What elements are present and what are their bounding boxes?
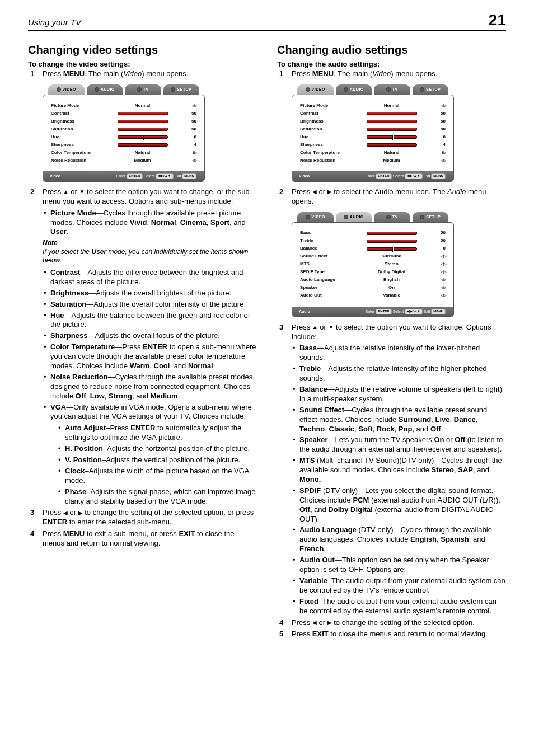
osd-row-picture-mode: Picture ModeNormal [51, 102, 196, 110]
bullet-v-position: V. Position–Adjusts the vertical positio… [65, 456, 257, 465]
bullet-noise-reduction: Noise Reduction—Cycles through the avail… [50, 373, 257, 401]
page-number: 21 [489, 11, 506, 29]
bullet-bass: Bass—Adjusts the relative intensity of t… [299, 344, 506, 363]
osd-row-color-temperature: Color TemperatureNatural [300, 149, 446, 157]
subhead-video: To change the video settings: [28, 60, 257, 68]
up-arrow-icon [312, 325, 318, 330]
bullet-sharpness: Sharpness—Adjusts the overall focus of t… [50, 331, 257, 341]
bullet-color-temperature: Color Temperature—Press ENTER to open a … [50, 342, 257, 371]
osd-tab-setup: SETUP [413, 84, 449, 95]
bullet-audio-language: Audio Language (DTV only)—Cycles through… [299, 525, 506, 554]
osd-row-brightness: Brightness50 [300, 118, 446, 125]
osd-audio-menu: VIDEOAUDIOTVSETUPBass50Treble50Balance0S… [292, 212, 454, 317]
osd-row-contrast: Contrast50 [300, 110, 446, 118]
left-arrow-icon [312, 620, 317, 626]
column-right: Changing audio settings To change the au… [277, 44, 506, 641]
osd-tab-tv: TV [374, 84, 410, 95]
bullet-mts: MTS (Multi-channel TV Sound)(DTV only)—C… [299, 456, 506, 485]
left-arrow-icon [312, 189, 317, 195]
osd-tab-video: VIDEO [48, 84, 85, 95]
audio-step-5: Press EXIT to close the menus and return… [292, 630, 506, 639]
bullet-audio-out: Audio Out—This option can be set only wh… [299, 556, 506, 575]
osd-tab-video: VIDEO [297, 212, 334, 222]
bullet-clock: Clock–Adjusts the width of the picture b… [65, 467, 257, 486]
right-arrow-icon [78, 510, 83, 516]
bullet-vga: VGA—Only available in VGA mode. Opens a … [50, 403, 257, 506]
osd-row-noise-reduction: Noise ReductionMedium [51, 157, 196, 165]
bullet-phase: Phase–Adjusts the signal phase, which ca… [65, 487, 257, 506]
osd-tab-setup: SETUP [413, 212, 449, 222]
column-left: Changing video settings To change the vi… [28, 44, 257, 641]
osd-row-balance: Balance0 [300, 245, 446, 253]
heading-video-settings: Changing video settings [28, 44, 257, 57]
osd-row-hue: Hue0 [300, 133, 446, 141]
osd-row-noise-reduction: Noise ReductionMedium [300, 157, 446, 165]
right-arrow-icon [327, 189, 332, 195]
right-arrow-icon [327, 620, 332, 626]
heading-audio-settings: Changing audio settings [277, 44, 506, 57]
bullet-speaker: Speaker—Lets you turn the TV speakers On… [299, 435, 506, 454]
subhead-audio: To change the audio settings: [277, 60, 506, 68]
osd-row-treble: Treble50 [300, 237, 446, 245]
audio-step-4: Press or to change the setting of the se… [292, 618, 506, 628]
bullet-hue: Hue—Adjusts the balance between the gree… [50, 311, 257, 330]
osd-row-brightness: Brightness50 [51, 118, 196, 125]
osd-tab-audio: AUDIO [87, 84, 123, 95]
osd-row-sound-effect: Sound EffectSurround [300, 253, 446, 261]
audio-step-3: Press or to select the option you want t… [292, 323, 506, 616]
bullet-balance: Balance—Adjusts the relative volume of s… [299, 385, 506, 404]
osd-tab-setup: SETUP [163, 84, 200, 95]
bullet-brightness: Brightness—Adjusts the overall brightest… [50, 289, 257, 298]
note-body: If you select the User mode, you can ind… [43, 248, 257, 265]
bullet-variable: Variable–The audio output from your exte… [299, 576, 506, 595]
bullet-sound-effect: Sound Effect—Cycles through the availabl… [299, 406, 506, 434]
bullet-contrast: Contrast—Adjusts the difference between … [50, 268, 257, 287]
left-arrow-icon [63, 510, 68, 516]
down-arrow-icon [329, 325, 334, 330]
osd-video-menu-2: VIDEOAUDIOTVSETUPPicture ModeNormalContr… [292, 84, 454, 182]
video-step-2: Press or to select the option you want t… [43, 187, 257, 506]
osd-row-hue: Hue0 [51, 133, 196, 141]
osd-row-color-temperature: Color TemperatureNatural [51, 149, 196, 157]
osd-tab-video: VIDEO [297, 84, 334, 95]
bullet-saturation: Saturation—Adjusts the overall color int… [50, 300, 257, 309]
video-step-3: Press or to change the setting of the se… [43, 508, 257, 527]
osd-tab-tv: TV [374, 212, 410, 222]
osd-row-audio-language: Audio LanguageEnglish [300, 276, 446, 284]
up-arrow-icon [63, 189, 69, 195]
audio-step-1: Press MENU. The main (Video) menu opens.… [292, 69, 506, 182]
bullet-auto-adjust: Auto Adjust–Press ENTER to automatically… [65, 424, 257, 443]
osd-row-picture-mode: Picture ModeNormal [300, 102, 446, 110]
osd-row-contrast: Contrast50 [51, 110, 196, 118]
osd-tab-audio: AUDIO [336, 212, 372, 222]
audio-step-2: Press or to select the Audio menu icon. … [292, 187, 506, 317]
bullet-treble: Treble—Adjusts the relative intensity of… [299, 364, 506, 383]
chapter-title: Using your TV [28, 17, 81, 27]
page-header: Using your TV 21 [28, 11, 506, 31]
osd-video-menu: VIDEOAUDIOTVSETUPPicture ModeNormalContr… [43, 84, 205, 182]
note-heading: Note [43, 239, 257, 248]
down-arrow-icon [79, 189, 85, 195]
osd-row-saturation: Saturation50 [51, 125, 196, 133]
osd-row-sharpness: Sharpness4 [51, 141, 196, 149]
bullet-fixed: Fixed–The audio output from your externa… [299, 597, 506, 616]
osd-row-sharpness: Sharpness4 [300, 141, 446, 149]
bullet-spdif: SPDIF (DTV only)—Lets you select the dig… [299, 486, 506, 524]
osd-row-mts: MTSStereo [300, 261, 446, 269]
video-step-4: Press MENU to exit a sub-menu, or press … [43, 529, 257, 548]
osd-row-audio-out: Audio OutVariable [300, 292, 446, 300]
osd-row-spdif-type: SPDIF TypeDolby Digital [300, 269, 446, 276]
bullet-h-position: H. Position–Adjusts the horizontal posit… [65, 444, 257, 454]
osd-row-speaker: SpeakerOn [300, 284, 446, 292]
osd-row-saturation: Saturation50 [300, 125, 446, 133]
video-step-1: Press MENU. The main (Video) menu opens.… [43, 69, 257, 182]
osd-tab-audio: AUDIO [336, 84, 372, 95]
osd-tab-tv: TV [125, 84, 161, 95]
bullet-picture-mode: Picture Mode—Cycles through the availabl… [50, 209, 257, 237]
osd-row-bass: Bass50 [300, 229, 446, 237]
